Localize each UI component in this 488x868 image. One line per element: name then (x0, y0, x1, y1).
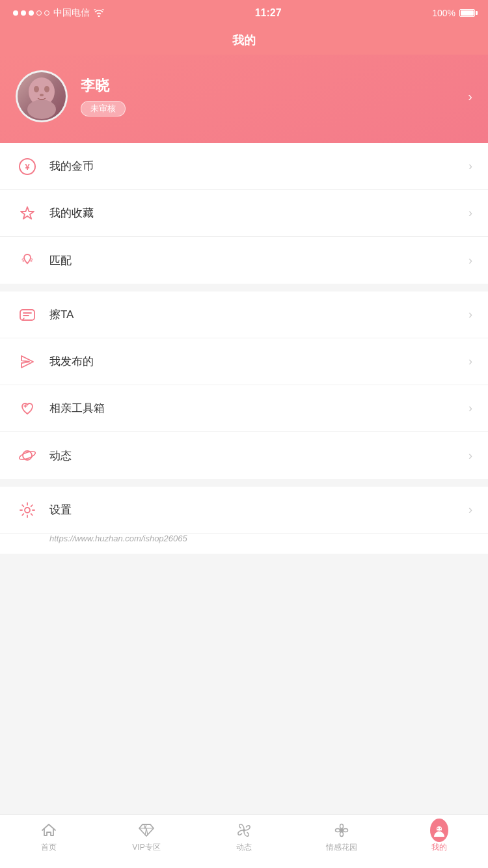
menu-item-toolkit[interactable]: 相亲工具箱 › (0, 385, 488, 432)
dot1 (13, 10, 18, 16)
flower-icon (332, 821, 351, 839)
svg-point-21 (440, 828, 441, 829)
coins-chevron-icon: › (468, 159, 472, 173)
dot2 (21, 10, 26, 16)
tab-vip-label: VIP专区 (132, 842, 160, 853)
signal-dots (13, 10, 49, 16)
avatar-image (18, 72, 66, 120)
menu-item-settings[interactable]: 设置 › (0, 487, 488, 534)
chat-icon (16, 306, 39, 324)
pinwheel-icon (235, 821, 253, 839)
svg-point-3 (44, 86, 49, 92)
planet-icon (16, 446, 39, 465)
svg-point-15 (340, 824, 344, 829)
battery-percent: 100% (432, 8, 455, 18)
tab-dynamics-label: 动态 (236, 842, 252, 853)
match-chevron-icon: › (468, 254, 472, 267)
settings-url: https://www.huzhan.com/ishop26065 (0, 534, 488, 554)
favorites-label: 我的收藏 (49, 206, 468, 221)
status-left: 中国电信 (13, 7, 104, 19)
svg-point-18 (344, 829, 348, 832)
favorites-chevron-icon: › (468, 206, 472, 220)
dynamics-chevron-icon: › (468, 449, 472, 463)
heart-tools-icon (16, 400, 39, 418)
menu-item-dynamics[interactable]: 动态 › (0, 432, 488, 479)
svg-point-7 (23, 260, 25, 262)
send-icon (16, 353, 39, 371)
svg-point-20 (437, 828, 439, 829)
svg-point-11 (18, 450, 36, 461)
face-icon (430, 821, 448, 839)
svg-point-8 (31, 260, 33, 262)
battery-fill (461, 10, 474, 16)
published-chevron-icon: › (468, 355, 472, 368)
profile-header[interactable]: 李晓 未审核 › (0, 55, 488, 143)
dot4 (36, 10, 42, 16)
tab-garden-label: 情感花园 (326, 842, 357, 853)
profile-badge: 未审核 (81, 101, 126, 116)
status-time: 11:27 (255, 7, 282, 19)
home-icon (40, 821, 58, 839)
svg-point-17 (336, 829, 340, 832)
wifi-icon (94, 9, 104, 17)
svg-rect-9 (20, 310, 34, 320)
svg-point-1 (27, 100, 56, 119)
dynamics-label: 动态 (49, 448, 468, 463)
status-bar: 中国电信 11:27 100% (0, 0, 488, 26)
gear-icon (16, 501, 39, 519)
published-label: 我发布的 (49, 354, 468, 369)
toolkit-chevron-icon: › (468, 401, 472, 415)
tab-item-dynamics[interactable]: 动态 (195, 821, 293, 853)
nav-title: 我的 (232, 33, 256, 48)
menu-group-1: ¥ 我的金币 › 我的收藏 › 匹配 › (0, 143, 488, 284)
profile-left: 李晓 未审核 (16, 70, 126, 122)
dot3 (29, 10, 34, 16)
status-right: 100% (432, 8, 475, 18)
profile-info: 李晓 未审核 (81, 76, 126, 116)
rub-label: 擦TA (49, 307, 468, 322)
profile-name: 李晓 (81, 76, 126, 96)
settings-chevron-icon: › (468, 503, 472, 517)
tab-bar: 首页 VIP专区 动态 (0, 814, 488, 868)
match-icon (16, 251, 39, 269)
menu-item-match[interactable]: 匹配 › (0, 237, 488, 284)
menu-item-published[interactable]: 我发布的 › (0, 338, 488, 385)
settings-section: 设置 › https://www.huzhan.com/ishop26065 (0, 487, 488, 554)
dot5 (44, 10, 49, 16)
coins-label: 我的金币 (49, 159, 468, 174)
svg-point-2 (34, 86, 39, 92)
diamond-icon (137, 821, 156, 839)
menu-item-coins[interactable]: ¥ 我的金币 › (0, 143, 488, 190)
svg-point-16 (340, 832, 344, 837)
menu-item-rub[interactable]: 擦TA › (0, 292, 488, 338)
nav-bar: 我的 (0, 26, 488, 55)
tab-item-vip[interactable]: VIP专区 (98, 821, 195, 853)
tab-item-home[interactable]: 首页 (0, 821, 98, 853)
star-icon (16, 204, 39, 223)
toolkit-label: 相亲工具箱 (49, 401, 468, 416)
tab-mine-label: 我的 (431, 842, 447, 853)
menu-item-favorites[interactable]: 我的收藏 › (0, 190, 488, 237)
active-face-bg (430, 819, 448, 842)
battery-icon (459, 9, 475, 17)
tab-item-garden[interactable]: 情感花园 (293, 821, 390, 853)
avatar (16, 70, 68, 122)
svg-point-4 (40, 94, 44, 96)
profile-chevron-icon[interactable]: › (468, 89, 472, 104)
svg-text:¥: ¥ (25, 162, 30, 172)
coin-icon: ¥ (16, 157, 39, 176)
rub-chevron-icon: › (468, 308, 472, 321)
svg-point-12 (25, 508, 30, 513)
tab-item-mine[interactable]: 我的 (390, 821, 488, 853)
carrier-label: 中国电信 (53, 7, 90, 19)
match-label: 匹配 (49, 253, 468, 268)
menu-group-2: 擦TA › 我发布的 › 相亲工具箱 › 动态 › (0, 292, 488, 479)
settings-label: 设置 (49, 502, 468, 517)
tab-home-label: 首页 (41, 842, 57, 853)
